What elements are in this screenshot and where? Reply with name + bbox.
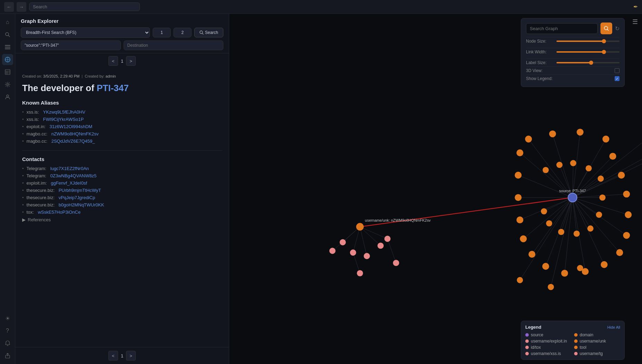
contact-prefix: Telegram: xyxy=(27,166,46,171)
hamburger-button[interactable]: ☰ xyxy=(632,18,638,26)
top-search-input[interactable] xyxy=(29,2,140,11)
sidebar-icon-users[interactable] xyxy=(2,91,13,103)
bottom-prev-button[interactable]: < xyxy=(108,351,118,361)
svg-point-104 xyxy=(377,242,384,249)
3d-view-checkbox[interactable] xyxy=(615,68,619,73)
contact-link[interactable]: ggFenvf_XJdeI0sf xyxy=(51,180,87,186)
svg-point-102 xyxy=(364,253,370,259)
sidebar-icon-sun[interactable]: ☀ xyxy=(2,313,13,324)
sidebar-icon-list[interactable] xyxy=(2,42,13,53)
bottom-current-page: 1 xyxy=(121,353,123,358)
back-button[interactable]: ← xyxy=(4,2,14,12)
list-item: thesecure.biz: PUrbh9mjmTtHcWyT xyxy=(22,187,222,194)
main-layout: ⌂ ☀ ? Graph Explorer xyxy=(0,14,642,364)
link-width-row: Link Width: xyxy=(526,48,619,56)
contact-link[interactable]: 0Z3wNBg4QVANW8z5 xyxy=(50,173,96,178)
node-size-label: Node Size: xyxy=(526,39,556,44)
created-by-label: Created by: xyxy=(85,74,105,78)
legend-dot-username-unk xyxy=(574,339,578,343)
contact-link[interactable]: b0goH2MNqTWUr0KK xyxy=(59,202,104,207)
legend-item-username-unk: username/unk xyxy=(574,339,620,344)
svg-point-69 xyxy=(577,129,583,136)
algorithm-select[interactable]: Breadth-First Search (BFS) Depth-First S… xyxy=(21,27,150,38)
svg-point-68 xyxy=(549,131,556,137)
link-width-slider-track xyxy=(556,51,619,53)
legend-label-tool: tool xyxy=(580,345,586,350)
center-label: source: PTI-347 xyxy=(559,189,586,193)
svg-point-93 xyxy=(596,212,602,218)
hide-all-button[interactable]: Hide All xyxy=(607,325,620,329)
svg-rect-11 xyxy=(5,70,10,74)
legend-scroll: source domain username/exploit.in userna… xyxy=(525,332,620,356)
prev-page-button[interactable]: < xyxy=(108,56,118,66)
graph-explorer-header: Graph Explorer Breadth-First Search (BFS… xyxy=(15,14,229,53)
destination-input[interactable] xyxy=(124,41,224,50)
legend-item-username-exploit: username/exploit.in xyxy=(525,339,571,344)
sidebar-icon-home[interactable]: ⌂ xyxy=(2,17,13,28)
show-legend-checkbox[interactable] xyxy=(615,76,619,81)
svg-point-89 xyxy=(570,160,576,166)
contacts-heading: Contacts xyxy=(22,156,222,162)
sidebar-icon-help[interactable]: ? xyxy=(2,325,13,336)
contact-link[interactable]: PUrbh9mjmTtHcWyT xyxy=(59,188,101,193)
3d-view-row: 3D View: xyxy=(526,66,619,74)
svg-point-87 xyxy=(543,167,549,173)
svg-rect-2 xyxy=(5,45,10,46)
show-legend-label: Show Legend: xyxy=(526,76,615,81)
search-graph-input[interactable] xyxy=(526,23,598,34)
svg-point-75 xyxy=(520,236,527,242)
sidebar-icon-bell[interactable] xyxy=(2,338,13,349)
svg-point-96 xyxy=(558,229,564,235)
right-panel: source: PTI-347 username/unk: nZWM9o8HQN… xyxy=(229,14,642,364)
svg-point-67 xyxy=(525,136,532,143)
title-link[interactable]: PTI-347 xyxy=(97,83,129,93)
search-button[interactable]: Search xyxy=(194,28,223,37)
svg-point-101 xyxy=(350,249,356,256)
known-aliases-heading: Known Aliases xyxy=(22,100,222,106)
sidebar-icon-graph[interactable] xyxy=(2,54,13,65)
svg-point-113 xyxy=(548,284,554,290)
legend-label-source: source xyxy=(531,332,543,337)
node-size-row: Node Size: xyxy=(526,37,619,45)
search-inputs-row xyxy=(21,41,223,50)
list-item: magbo.cc: nZWM9o8HQNmFK2sv xyxy=(22,130,222,137)
alias-link[interactable]: nZWM9o8HQNmFK2sv xyxy=(51,131,99,136)
legend-label-domain: domain xyxy=(580,332,593,337)
references-toggle[interactable]: ▶ References xyxy=(22,216,222,224)
forward-button[interactable]: → xyxy=(17,2,26,12)
legend-title: Legend xyxy=(525,325,541,330)
bottom-next-button[interactable]: > xyxy=(126,351,136,361)
alias-link[interactable]: 2SQdJdVZ6E7Q459_ xyxy=(51,139,95,144)
svg-point-84 xyxy=(623,190,630,197)
svg-point-99 xyxy=(568,193,577,202)
source-input[interactable] xyxy=(21,41,121,50)
legend-grid: source domain username/exploit.in userna… xyxy=(525,332,620,356)
alias-link[interactable]: YKzwq9L5fEJhA0HV xyxy=(43,109,85,115)
sidebar: ⌂ ☀ ? xyxy=(0,14,15,364)
limit-input[interactable] xyxy=(173,28,191,37)
svg-rect-3 xyxy=(5,47,10,47)
sidebar-icon-settings[interactable] xyxy=(2,79,13,90)
contacts-list: Telegram: lugc7X1EZ2fNr0An Telegram: 0Z3… xyxy=(22,165,222,216)
sidebar-icon-export[interactable] xyxy=(2,350,13,361)
controls-row: Breadth-First Search (BFS) Depth-First S… xyxy=(21,27,223,38)
depth-input[interactable] xyxy=(153,28,171,37)
legend-dot-domain xyxy=(574,333,578,337)
legend-label-username-xss: username/xss.is xyxy=(531,351,561,356)
alias-link[interactable]: FWl9CijYkrAWSo1P xyxy=(43,117,83,122)
next-page-button[interactable]: > xyxy=(126,56,136,66)
svg-point-115 xyxy=(577,265,583,271)
contact-link[interactable]: lugc7X1EZ2fNr0An xyxy=(50,166,89,171)
sidebar-icon-table[interactable] xyxy=(2,66,13,78)
refresh-button[interactable]: ↻ xyxy=(615,25,619,32)
contact-prefix: exploit.im: xyxy=(27,180,47,186)
content-area: Created on: 3/5/2025, 2:29:40 PM | Creat… xyxy=(15,69,229,347)
alias-link[interactable]: 31z6W12Ol994shDM xyxy=(50,124,92,129)
sidebar-icon-search[interactable] xyxy=(2,29,13,40)
contact-link[interactable]: wSskE57HoP3iOnCe xyxy=(38,210,81,215)
contact-link[interactable]: vPqJeip7JgrediCp xyxy=(59,195,95,200)
search-graph-button[interactable] xyxy=(600,23,612,34)
svg-point-77 xyxy=(542,263,549,270)
svg-point-76 xyxy=(528,251,535,258)
panel-title: Graph Explorer xyxy=(21,18,223,24)
